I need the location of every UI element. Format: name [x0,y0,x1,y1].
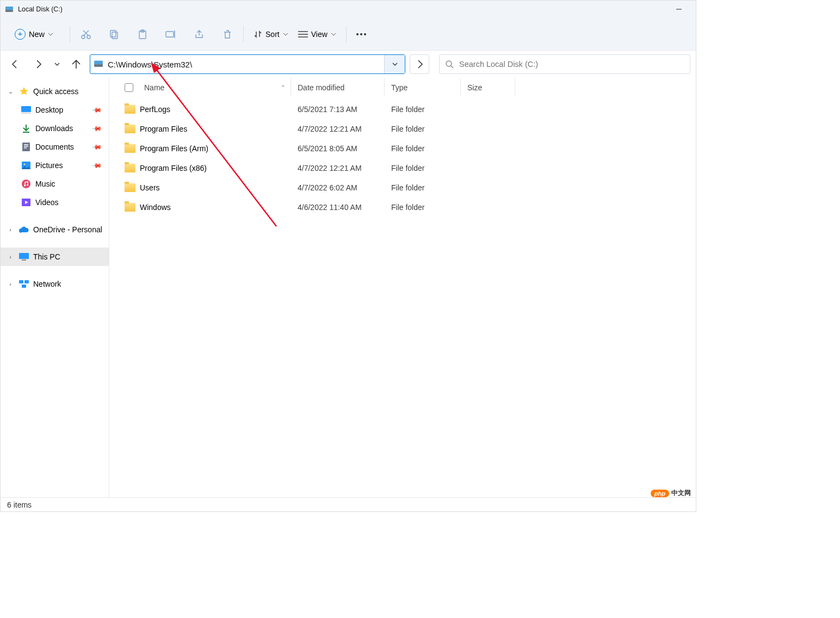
sidebar-item-label: OneDrive - Personal [33,225,102,234]
file-row[interactable]: Users 4/7/2022 6:02 AM File folder [109,178,696,197]
share-icon[interactable] [193,28,205,40]
svg-rect-6 [112,32,118,39]
file-name: Program Files (Arm) [140,144,208,153]
drive-icon [94,59,104,70]
column-date[interactable]: Date modified [291,78,385,97]
toolbar-icons [80,28,233,40]
paste-icon[interactable] [137,28,149,40]
new-button[interactable]: + New [8,26,60,43]
sort-label: Sort [265,30,280,39]
sidebar-item-downloads[interactable]: Downloads 📌 [1,119,109,138]
view-button[interactable]: View [298,30,336,39]
body: ⌄ Quick access Desktop 📌 Downloads 📌 Doc… [1,78,696,497]
pin-icon: 📌 [91,123,103,134]
sidebar-item-label: This PC [33,252,60,261]
sidebar-item-quick-access[interactable]: ⌄ Quick access [1,82,109,101]
svg-rect-30 [22,259,26,261]
sidebar-item-documents[interactable]: Documents 📌 [1,138,109,156]
file-list: PerfLogs 6/5/2021 7:13 AM File folder Pr… [109,97,696,497]
file-type: File folder [385,125,461,133]
column-label: Type [391,83,407,92]
sort-button[interactable]: Sort [254,30,288,39]
up-button[interactable] [67,55,85,73]
column-label: Date modified [298,83,344,92]
file-row[interactable]: Program Files (Arm) 6/5/2021 8:05 AM Fil… [109,139,696,158]
delete-icon[interactable] [221,28,233,40]
cut-icon[interactable] [80,28,92,40]
column-type[interactable]: Type [385,78,461,97]
forward-button[interactable] [29,55,47,73]
more-button[interactable] [356,33,366,35]
sidebar: ⌄ Quick access Desktop 📌 Downloads 📌 Doc… [1,78,109,497]
svg-point-25 [22,180,30,188]
chevron-right-icon: › [6,226,15,233]
svg-rect-15 [94,64,103,67]
file-row[interactable]: Windows 4/6/2022 11:40 AM File folder [109,197,696,217]
file-date: 4/7/2022 12:21 AM [291,125,385,133]
svg-rect-20 [24,144,28,145]
chevron-right-icon: › [6,254,15,260]
sidebar-item-desktop[interactable]: Desktop 📌 [1,101,109,119]
sidebar-item-this-pc[interactable]: › This PC [1,248,109,266]
pictures-icon [21,160,31,170]
select-all-checkbox[interactable] [125,83,133,92]
address-bar[interactable]: C:\Windows\System32\ [90,54,405,74]
search-input[interactable] [459,60,684,69]
svg-point-27 [27,184,28,186]
window-controls [666,1,691,18]
file-row[interactable]: PerfLogs 6/5/2021 7:13 AM File folder [109,100,696,119]
sidebar-item-videos[interactable]: Videos [1,193,109,212]
network-icon [19,279,29,289]
sidebar-item-network[interactable]: › Network [1,275,109,293]
folder-icon [125,144,135,153]
file-name: Program Files [140,125,187,133]
watermark-badge: php [651,490,669,497]
column-name[interactable]: Name ⌃ [125,78,291,97]
folder-icon [125,125,135,133]
svg-point-16 [446,61,452,66]
toolbar: + New Sort View [1,18,696,51]
view-label: View [311,30,328,39]
downloads-icon [21,123,31,133]
plus-icon: + [15,29,26,40]
sidebar-item-label: Videos [35,198,59,207]
watermark: php 中文网 [651,489,691,498]
sort-icon [254,30,262,39]
file-name: Users [140,183,160,192]
nav-bar: C:\Windows\System32\ [1,51,696,78]
videos-icon [21,197,31,207]
svg-rect-17 [21,106,31,112]
minimize-button[interactable] [666,1,691,18]
column-size[interactable]: Size [461,78,515,97]
file-row[interactable]: Program Files (x86) 4/7/2022 12:21 AM Fi… [109,158,696,178]
svg-rect-31 [19,280,23,283]
sidebar-item-pictures[interactable]: Pictures 📌 [1,156,109,175]
sidebar-item-onedrive[interactable]: › OneDrive - Personal [1,220,109,239]
separator [346,26,347,42]
column-headers: Name ⌃ Date modified Type Size [109,78,696,97]
sidebar-item-music[interactable]: Music [1,175,109,193]
watermark-text: 中文网 [671,489,691,498]
go-button[interactable] [410,54,429,74]
back-button[interactable] [6,55,24,73]
search-box[interactable] [439,54,690,74]
file-type: File folder [385,203,461,212]
recent-button[interactable] [52,55,63,73]
copy-icon[interactable] [108,28,120,40]
title-bar[interactable]: Local Disk (C:) [1,1,696,18]
file-row[interactable]: Program Files 4/7/2022 12:21 AM File fol… [109,119,696,139]
svg-rect-18 [21,113,31,114]
new-label: New [29,30,45,39]
rename-icon[interactable] [165,28,177,40]
address-dropdown[interactable] [384,55,405,73]
svg-rect-32 [24,280,29,283]
pin-icon: 📌 [91,160,103,171]
search-icon [445,60,454,69]
file-date: 4/7/2022 6:02 AM [291,183,385,192]
folder-icon [125,164,135,172]
file-date: 4/6/2022 11:40 AM [291,203,385,212]
music-icon [21,179,31,189]
file-type: File folder [385,183,461,192]
sidebar-item-label: Documents [35,143,74,151]
separator [243,26,244,42]
